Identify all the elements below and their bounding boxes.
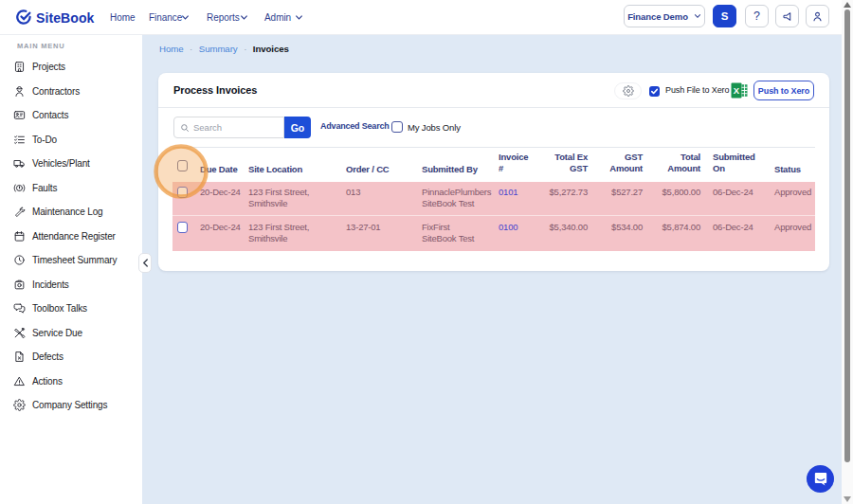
svg-text:X: X xyxy=(734,85,740,96)
